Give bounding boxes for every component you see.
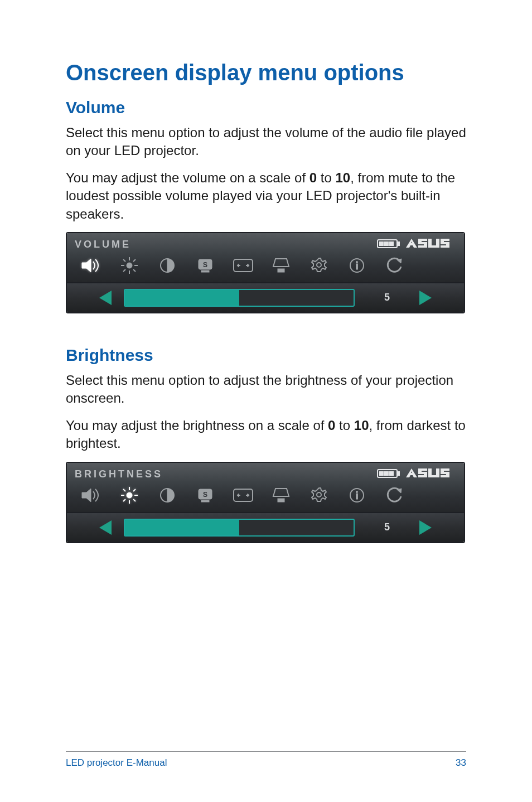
brightness-para-2: You may adjust the brightness on a scale… — [66, 417, 466, 453]
svg-marker-20 — [273, 259, 289, 267]
svg-line-11 — [123, 259, 125, 262]
svg-rect-28 — [356, 264, 358, 269]
slider-track[interactable] — [124, 519, 355, 537]
svg-rect-2 — [379, 241, 384, 246]
splendid-icon[interactable]: S — [194, 485, 216, 505]
brightness-para-1: Select this menu option to adjust the br… — [66, 371, 466, 408]
text: to — [317, 170, 335, 185]
osd-title: BRIGHTNESS — [75, 468, 163, 480]
asus-logo — [405, 238, 458, 252]
slider-value: 5 — [367, 292, 407, 303]
osd-volume-panel: VOLUME — [66, 232, 465, 313]
svg-line-12 — [133, 269, 136, 272]
asus-logo — [405, 467, 458, 482]
slider-fill — [125, 520, 239, 535]
svg-marker-29 — [397, 259, 402, 263]
svg-rect-18 — [201, 270, 209, 272]
svg-rect-31 — [397, 471, 400, 476]
svg-rect-32 — [379, 471, 384, 476]
osd-icons-row: S — [75, 253, 458, 277]
osd-brand-area — [377, 238, 458, 252]
scale-min: 0 — [309, 170, 317, 185]
svg-line-44 — [123, 499, 125, 501]
svg-rect-1 — [397, 241, 400, 246]
brightness-icon[interactable] — [118, 255, 141, 276]
keystone-icon[interactable] — [270, 255, 292, 276]
info-icon[interactable] — [346, 485, 368, 505]
svg-line-14 — [123, 269, 125, 272]
svg-line-42 — [133, 499, 136, 501]
text: to — [335, 418, 354, 433]
heading-volume: Volume — [66, 98, 466, 117]
text: You may adjust the brightness on a scale… — [66, 418, 328, 433]
svg-line-43 — [133, 489, 136, 491]
svg-marker-5 — [82, 259, 91, 272]
osd-slider-row: 5 — [67, 282, 464, 312]
slider-fill — [125, 290, 239, 306]
svg-text:S: S — [203, 261, 207, 269]
osd-title: VOLUME — [75, 239, 131, 250]
text: You may adjust the volume on a scale of — [66, 170, 309, 185]
osd-top-bar: VOLUME — [67, 233, 464, 282]
aspect-icon[interactable] — [232, 485, 254, 505]
speaker-icon[interactable] — [80, 255, 103, 276]
decrease-arrow-icon[interactable] — [99, 291, 112, 305]
battery-icon — [377, 239, 402, 251]
svg-point-25 — [317, 263, 321, 267]
contrast-icon[interactable] — [156, 255, 178, 276]
slider: 5 — [74, 289, 457, 307]
slider-value: 5 — [367, 521, 407, 533]
svg-rect-58 — [356, 494, 358, 499]
svg-rect-3 — [384, 241, 389, 246]
section-volume: Volume Select this menu option to adjust… — [66, 98, 466, 313]
svg-point-57 — [356, 491, 357, 492]
page: Onscreen display menu options Volume Sel… — [0, 0, 532, 802]
rotate-icon[interactable] — [384, 485, 406, 505]
section-brightness: Brightness Select this menu option to ad… — [66, 346, 466, 543]
heading-brightness: Brightness — [66, 346, 466, 365]
osd-header: VOLUME — [75, 238, 458, 252]
footer-left: LED projector E-Manual — [66, 757, 167, 769]
settings-icon[interactable] — [308, 255, 330, 276]
page-title: Onscreen display menu options — [66, 60, 466, 85]
svg-rect-49 — [234, 489, 253, 501]
svg-marker-59 — [397, 489, 402, 493]
svg-marker-50 — [273, 489, 289, 496]
decrease-arrow-icon[interactable] — [99, 520, 112, 535]
info-icon[interactable] — [346, 255, 368, 276]
osd-icons-row: S — [75, 483, 458, 506]
osd-slider-row: 5 — [67, 512, 464, 542]
svg-point-27 — [356, 261, 357, 263]
scale-max: 10 — [354, 418, 369, 433]
splendid-icon[interactable]: S — [194, 255, 216, 276]
svg-rect-34 — [389, 471, 394, 476]
svg-rect-33 — [384, 471, 389, 476]
contrast-icon[interactable] — [156, 485, 178, 505]
footer-page-number: 33 — [456, 757, 466, 769]
keystone-icon[interactable] — [270, 485, 292, 505]
svg-line-13 — [133, 259, 136, 262]
settings-icon[interactable] — [308, 485, 330, 505]
slider: 5 — [74, 519, 457, 537]
svg-rect-19 — [234, 259, 253, 272]
page-footer: LED projector E-Manual 33 — [66, 751, 466, 769]
osd-brand-area — [377, 467, 458, 482]
scale-min: 0 — [328, 418, 335, 433]
brightness-icon[interactable] — [118, 485, 141, 505]
increase-arrow-icon[interactable] — [419, 520, 432, 535]
aspect-icon[interactable] — [232, 255, 254, 276]
volume-para-1: Select this menu option to adjust the vo… — [66, 124, 466, 160]
battery-icon — [377, 468, 402, 481]
svg-point-6 — [127, 263, 132, 268]
speaker-icon[interactable] — [80, 485, 103, 505]
svg-text:S: S — [203, 491, 207, 499]
increase-arrow-icon[interactable] — [419, 291, 432, 305]
osd-top-bar: BRIGHTNESS — [67, 463, 464, 512]
slider-track[interactable] — [124, 289, 355, 307]
svg-line-41 — [123, 489, 125, 491]
svg-rect-4 — [389, 241, 394, 246]
osd-brightness-panel: BRIGHTNESS — [66, 462, 465, 543]
osd-header: BRIGHTNESS — [75, 467, 458, 482]
svg-point-55 — [317, 492, 321, 497]
rotate-icon[interactable] — [384, 255, 406, 276]
